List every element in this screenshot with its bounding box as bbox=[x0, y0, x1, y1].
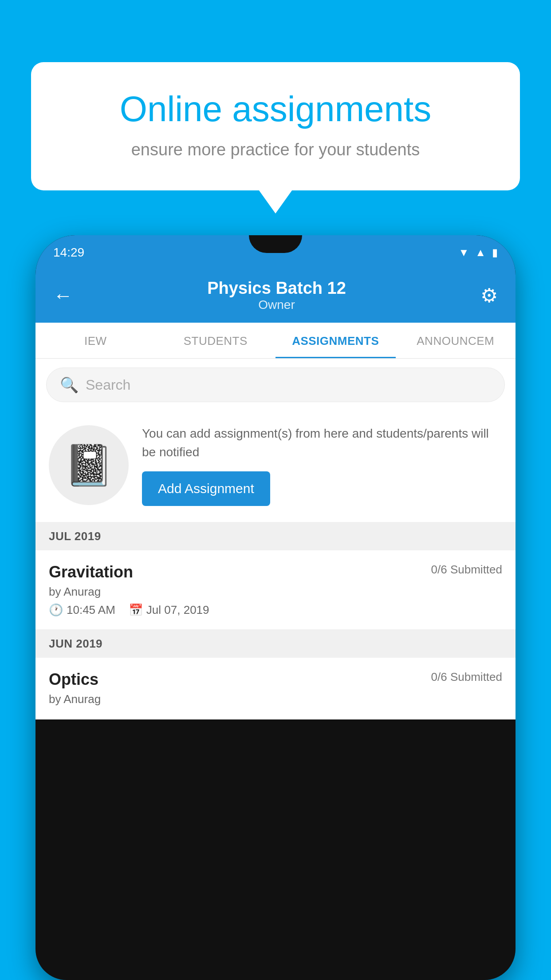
search-placeholder: Search bbox=[86, 377, 130, 393]
promo-right: You can add assignment(s) from here and … bbox=[142, 424, 502, 506]
search-bar[interactable]: 🔍 Search bbox=[46, 368, 505, 402]
assignment-author-gravitation: by Anurag bbox=[49, 585, 502, 599]
speech-bubble-subtitle: ensure more practice for your students bbox=[62, 140, 489, 159]
status-icons: ▼ ▲ ▮ bbox=[458, 246, 498, 259]
tab-announcements[interactable]: ANNOUNCEM bbox=[396, 323, 516, 358]
header-title-block: Physics Batch 12 Owner bbox=[207, 279, 346, 312]
header-subtitle: Owner bbox=[207, 298, 346, 312]
signal-icon: ▲ bbox=[475, 246, 486, 259]
status-time: 14:29 bbox=[53, 245, 84, 260]
speech-bubble: Online assignments ensure more practice … bbox=[31, 62, 520, 190]
assignment-time-value: 10:45 AM bbox=[67, 603, 115, 617]
add-assignment-promo: 📓 You can add assignment(s) from here an… bbox=[35, 411, 516, 522]
phone-notch bbox=[249, 235, 302, 253]
battery-icon: ▮ bbox=[492, 246, 498, 259]
assignment-date-gravitation: 📅 Jul 07, 2019 bbox=[129, 603, 209, 617]
app-header: ← Physics Batch 12 Owner ⚙ bbox=[35, 270, 516, 323]
tab-assignments[interactable]: ASSIGNMENTS bbox=[276, 323, 396, 358]
phone-content: 🔍 Search 📓 You can add assignment(s) fro… bbox=[35, 359, 516, 719]
search-bar-container: 🔍 Search bbox=[35, 359, 516, 411]
assignment-author-optics: by Anurag bbox=[49, 692, 502, 706]
assignment-date-value: Jul 07, 2019 bbox=[146, 603, 209, 617]
assignment-title-optics: Optics bbox=[49, 670, 98, 689]
assignment-item-optics[interactable]: Optics 0/6 Submitted by Anurag bbox=[35, 658, 516, 719]
calendar-icon: 📅 bbox=[129, 603, 143, 617]
tab-bar: IEW STUDENTS ASSIGNMENTS ANNOUNCEM bbox=[35, 323, 516, 359]
assignment-item-top: Gravitation 0/6 Submitted bbox=[49, 563, 502, 581]
search-icon: 🔍 bbox=[60, 376, 79, 394]
assignment-submitted-optics: 0/6 Submitted bbox=[431, 670, 502, 684]
settings-icon[interactable]: ⚙ bbox=[480, 284, 498, 307]
notebook-icon: 📓 bbox=[64, 442, 114, 489]
status-bar: 14:29 ▼ ▲ ▮ bbox=[35, 235, 516, 270]
assignment-meta-gravitation: 🕐 10:45 AM 📅 Jul 07, 2019 bbox=[49, 603, 502, 617]
promo-icon-circle: 📓 bbox=[49, 425, 129, 505]
tab-students[interactable]: STUDENTS bbox=[156, 323, 276, 358]
phone-frame: 14:29 ▼ ▲ ▮ ← Physics Batch 12 Owner ⚙ I… bbox=[35, 235, 516, 980]
assignment-item-gravitation[interactable]: Gravitation 0/6 Submitted by Anurag 🕐 10… bbox=[35, 550, 516, 630]
add-assignment-button[interactable]: Add Assignment bbox=[142, 471, 270, 506]
tab-iew[interactable]: IEW bbox=[35, 323, 156, 358]
header-title: Physics Batch 12 bbox=[207, 279, 346, 298]
assignment-submitted-gravitation: 0/6 Submitted bbox=[431, 563, 502, 577]
wifi-icon: ▼ bbox=[458, 246, 469, 259]
back-button[interactable]: ← bbox=[53, 285, 73, 307]
clock-icon: 🕐 bbox=[49, 603, 63, 617]
speech-bubble-title: Online assignments bbox=[62, 89, 489, 130]
section-header-jul: JUL 2019 bbox=[35, 522, 516, 550]
section-header-jun: JUN 2019 bbox=[35, 630, 516, 658]
assignment-time-gravitation: 🕐 10:45 AM bbox=[49, 603, 115, 617]
promo-description: You can add assignment(s) from here and … bbox=[142, 424, 502, 462]
assignment-item-top-optics: Optics 0/6 Submitted bbox=[49, 670, 502, 689]
assignment-title-gravitation: Gravitation bbox=[49, 563, 133, 581]
speech-bubble-container: Online assignments ensure more practice … bbox=[31, 62, 520, 190]
